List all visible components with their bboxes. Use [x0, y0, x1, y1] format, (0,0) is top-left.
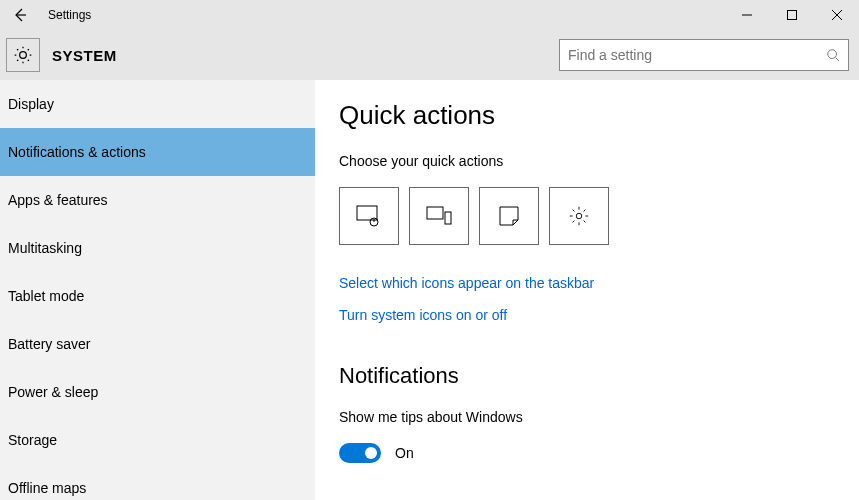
minimize-icon [742, 10, 752, 20]
app-title: Settings [48, 8, 91, 22]
header: SYSTEM [0, 30, 859, 80]
quick-action-tile-project[interactable] [409, 187, 469, 245]
sidebar-item-label: Power & sleep [8, 384, 98, 400]
system-icon-box[interactable] [6, 38, 40, 72]
sidebar-item-power[interactable]: Power & sleep [0, 368, 315, 416]
sidebar-item-label: Multitasking [8, 240, 82, 256]
sidebar-item-label: Offline maps [8, 480, 86, 496]
sidebar-item-apps[interactable]: Apps & features [0, 176, 315, 224]
sidebar-item-label: Display [8, 96, 54, 112]
quick-action-tiles [339, 187, 835, 245]
choose-quick-actions-label: Choose your quick actions [339, 153, 835, 169]
settings-icon [568, 205, 590, 227]
search-icon [826, 48, 840, 62]
tips-toggle-row: On [339, 443, 835, 463]
project-icon [426, 206, 452, 226]
quick-action-tile-note[interactable] [479, 187, 539, 245]
close-button[interactable] [814, 0, 859, 30]
back-button[interactable] [0, 0, 40, 30]
sidebar-item-label: Battery saver [8, 336, 90, 352]
sidebar-item-battery[interactable]: Battery saver [0, 320, 315, 368]
svg-rect-1 [787, 11, 796, 20]
quick-action-tile-tablet[interactable] [339, 187, 399, 245]
search-input[interactable] [568, 47, 826, 63]
search-box[interactable] [559, 39, 849, 71]
tips-toggle-state: On [395, 445, 414, 461]
svg-rect-9 [427, 207, 443, 219]
close-icon [832, 10, 842, 20]
link-taskbar-icons[interactable]: Select which icons appear on the taskbar [339, 275, 835, 291]
tips-toggle[interactable] [339, 443, 381, 463]
maximize-button[interactable] [769, 0, 814, 30]
sidebar-item-maps[interactable]: Offline maps [0, 464, 315, 500]
maximize-icon [787, 10, 797, 20]
note-icon [499, 206, 519, 226]
window-controls [724, 0, 859, 30]
svg-point-11 [576, 213, 582, 219]
quick-actions-heading: Quick actions [339, 100, 835, 131]
sidebar-item-multitasking[interactable]: Multitasking [0, 224, 315, 272]
svg-point-4 [828, 50, 837, 59]
sidebar-item-storage[interactable]: Storage [0, 416, 315, 464]
tablet-mode-icon [356, 205, 382, 227]
main-content: Quick actions Choose your quick actions … [315, 80, 859, 500]
sidebar: Display Notifications & actions Apps & f… [0, 80, 315, 500]
sidebar-item-notifications[interactable]: Notifications & actions [0, 128, 315, 176]
sidebar-item-label: Tablet mode [8, 288, 84, 304]
titlebar: Settings [0, 0, 859, 30]
sidebar-item-label: Storage [8, 432, 57, 448]
section-title: SYSTEM [52, 47, 117, 64]
notifications-heading: Notifications [339, 363, 835, 389]
svg-line-5 [836, 58, 840, 62]
link-system-icons[interactable]: Turn system icons on or off [339, 307, 835, 323]
sidebar-item-display[interactable]: Display [0, 80, 315, 128]
tips-label: Show me tips about Windows [339, 409, 835, 425]
gear-icon [13, 45, 33, 65]
sidebar-item-label: Notifications & actions [8, 144, 146, 160]
body: Display Notifications & actions Apps & f… [0, 80, 859, 500]
svg-rect-10 [445, 212, 451, 224]
sidebar-item-label: Apps & features [8, 192, 108, 208]
sidebar-item-tablet-mode[interactable]: Tablet mode [0, 272, 315, 320]
back-arrow-icon [12, 7, 28, 23]
quick-action-tile-settings[interactable] [549, 187, 609, 245]
minimize-button[interactable] [724, 0, 769, 30]
